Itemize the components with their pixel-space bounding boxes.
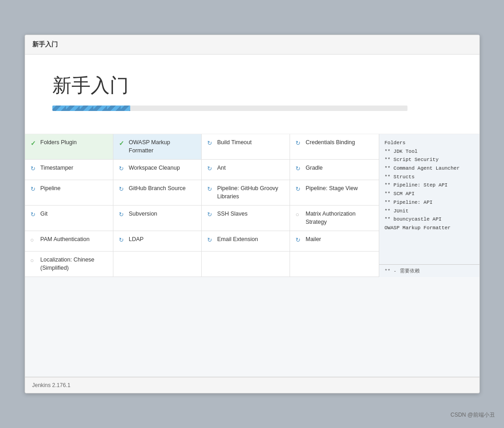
circle-icon-pam: ○ [31,236,38,243]
plugin-cell-mailer[interactable]: ↻ Mailer [290,231,378,252]
sidebar-main: Folders ** JDK Tool ** Script Security *… [379,134,479,237]
plugin-name-gradle: Gradle [305,164,323,172]
circle-icon-local: ○ [31,257,38,264]
plugin-name-ant: Ant [217,164,226,172]
plugin-cell-pam[interactable]: ○ PAM Authentication [25,231,113,252]
plugin-name-owasp: OWASP Markup Formatter [129,139,196,155]
plugin-name-localization: Localization: Chinese (Simplified) [41,256,107,272]
plugin-name-credentials: Credentials Binding [305,139,355,147]
sidebar-footer: ** - 需要依赖 [379,264,479,277]
plugin-cell-ssh[interactable]: ↻ SSH Slaves [202,206,290,231]
plugin-name-matrix: Matrix Authorization Strategy [305,210,373,226]
plugin-name-stage: Pipeline: Stage View [305,185,357,193]
window-title-bar: 新手入门 [25,35,479,55]
plugin-name-pipeline: Pipeline [41,185,61,193]
plugin-cell-pipeline-groovy[interactable]: ↻ Pipeline: GitHub Groovy Libraries [202,180,290,206]
check-icon-owasp: ✓ [119,139,126,146]
window-title: 新手入门 [32,40,58,48]
plugin-cell-matrix-auth[interactable]: ○ Matrix Authorization Strategy [290,206,378,231]
window-footer: Jenkins 2.176.1 [25,377,479,393]
plugin-name-folders: Folders Plugin [41,139,77,147]
plugin-cell-owasp[interactable]: ✓ OWASP Markup Formatter [113,134,202,160]
spinner-icon-build: ↻ [207,139,214,146]
plugin-cell-workspace[interactable]: ↻ Workspace Cleanup [113,160,202,180]
plugin-cell-email-ext[interactable]: ↻ Email Extension [202,231,290,252]
spinner-icon-gradle: ↻ [295,165,303,172]
plugin-cell-subversion[interactable]: ↻ Subversion [113,206,202,231]
spinner-icon-cred: ↻ [295,139,303,146]
plugin-cell-folders[interactable]: ✓ Folders Plugin [25,134,113,160]
spinner-icon-ldap: ↻ [119,236,126,243]
spinner-icon-groovy: ↻ [207,185,214,192]
spinner-icon-svn: ↻ [119,211,126,218]
spinner-icon-ws: ↻ [119,165,126,172]
plugin-cell-ant[interactable]: ↻ Ant [202,160,290,180]
plugin-name-mailer: Mailer [305,236,321,244]
plugin-name-github: GitHub Branch Source [129,185,186,193]
plugin-cell-ldap[interactable]: ↻ LDAP [113,231,202,252]
plugin-cell-stage-view[interactable]: ↻ Pipeline: Stage View [290,180,378,206]
spinner-icon-git: ↻ [31,211,38,218]
progress-bar-fill [52,106,131,111]
progress-bar-container [52,106,407,111]
plugin-cell-empty-2 [202,252,290,277]
plugin-name-workspace: Workspace Cleanup [129,164,180,172]
plugin-cell-build-timeout[interactable]: ↻ Build Timeout [202,134,290,160]
plugin-cell-localization[interactable]: ○ Localization: Chinese (Simplified) [25,252,113,277]
plugin-name-timestamper: Timestamper [41,164,73,172]
plugins-and-sidebar: ✓ Folders Plugin ✓ OWASP Markup Formatte… [25,134,479,277]
plugin-cell-empty-1 [113,252,202,277]
plugin-cell-github-branch[interactable]: ↻ GitHub Branch Source [113,180,202,206]
hero-section: 新手入门 [25,55,479,134]
main-window: 新手入门 新手入门 ✓ Folders Plugin ✓ OWASP Marku… [25,35,480,393]
plugin-name-ldap: LDAP [129,236,144,244]
spinner-icon-github: ↻ [119,185,126,192]
plugin-cell-empty-3 [290,252,378,277]
spinner-icon-pipeline: ↻ [31,185,38,192]
plugin-name-git: Git [41,210,48,218]
plugin-name-ssh: SSH Slaves [217,210,248,218]
empty-area [25,277,479,377]
plugin-cell-credentials[interactable]: ↻ Credentials Binding [290,134,378,160]
plugin-name-build-timeout: Build Timeout [217,139,252,147]
plugin-name-pam: PAM Authentication [41,236,90,244]
version-label: Jenkins 2.176.1 [32,382,71,388]
plugin-cell-gradle[interactable]: ↻ Gradle [290,160,378,180]
watermark: CSDN @前端小丑 [450,411,495,419]
spinner-icon-email: ↻ [207,236,214,243]
spinner-icon-stage: ↻ [295,185,303,192]
hero-title: 新手入门 [52,73,452,98]
spinner-icon-ts: ↻ [31,165,38,172]
plugin-name-groovy: Pipeline: GitHub Groovy Libraries [217,185,284,201]
sidebar-wrapper: Folders ** JDK Tool ** Script Security *… [379,134,479,277]
spinner-icon-ssh: ↻ [207,211,214,218]
plugin-cell-git[interactable]: ↻ Git [25,206,113,231]
circle-icon-matrix: ○ [295,211,303,218]
plugin-name-email: Email Extension [217,236,258,244]
plugin-cell-timestamper[interactable]: ↻ Timestamper [25,160,113,180]
check-icon: ✓ [31,139,38,146]
plugin-name-svn: Subversion [129,210,158,218]
plugin-cell-pipeline[interactable]: ↻ Pipeline [25,180,113,206]
spinner-icon-mailer: ↻ [295,236,303,243]
spinner-icon-ant: ↻ [207,165,214,172]
plugins-grid: ✓ Folders Plugin ✓ OWASP Markup Formatte… [25,134,379,277]
